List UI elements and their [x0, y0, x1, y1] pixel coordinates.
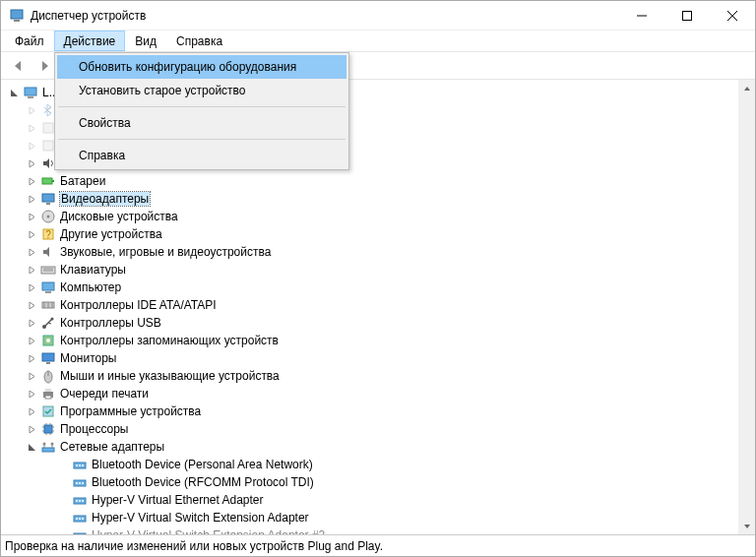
- tree-category[interactable]: Мониторы: [3, 349, 738, 367]
- expand-icon[interactable]: [25, 156, 38, 170]
- tree-item-label: Клавиатуры: [60, 263, 126, 277]
- expand-icon[interactable]: [25, 334, 38, 347]
- menu-item[interactable]: Свойства: [57, 111, 346, 135]
- close-button[interactable]: [710, 1, 755, 31]
- svg-rect-11: [52, 180, 54, 182]
- collapse-icon[interactable]: [25, 440, 38, 454]
- menu-действие[interactable]: Действие: [54, 31, 126, 51]
- tree-item-label: Hyper-V Virtual Ethernet Adapter: [92, 493, 264, 507]
- expand-icon[interactable]: [25, 316, 38, 330]
- menu-справка[interactable]: Справка: [166, 31, 232, 51]
- tree-category[interactable]: Компьютер: [3, 278, 738, 296]
- tree-item-label: Bluetooth Device (Personal Area Network): [92, 458, 313, 471]
- expand-icon[interactable]: [25, 139, 38, 153]
- svg-rect-41: [44, 425, 52, 433]
- vertical-scrollbar[interactable]: [738, 80, 755, 534]
- expand-icon[interactable]: [25, 404, 38, 418]
- svg-line-30: [48, 323, 51, 324]
- tree-category[interactable]: Мыши и иные указывающие устройства: [3, 367, 738, 385]
- netdev-icon: [72, 510, 88, 526]
- svg-point-65: [79, 500, 81, 502]
- printer-icon: [40, 386, 56, 402]
- svg-rect-38: [45, 389, 51, 392]
- tree-item-label: Дисковые устройства: [60, 210, 178, 223]
- tree-category[interactable]: Очереди печати: [3, 385, 738, 402]
- svg-rect-1: [14, 20, 20, 22]
- expand-icon[interactable]: [25, 192, 38, 206]
- tree-item-label: Hyper-V Virtual Switch Extension Adapter…: [92, 528, 325, 534]
- svg-rect-50: [42, 448, 54, 452]
- menubar: ФайлДействиеВидСправка: [1, 31, 755, 52]
- tree-item-label: Программные устройства: [60, 404, 201, 418]
- menu-item[interactable]: Справка: [57, 144, 346, 167]
- nav-back-button[interactable]: [7, 54, 31, 78]
- netdev-icon: [72, 457, 88, 472]
- svg-point-54: [51, 443, 54, 446]
- tree-category[interactable]: Видеоадаптеры: [3, 190, 738, 208]
- tree-item-label: Hyper-V Virtual Switch Extension Adapter: [92, 511, 309, 525]
- menu-separator: [58, 106, 346, 107]
- expand-icon[interactable]: [25, 227, 38, 241]
- tree-category[interactable]: Звуковые, игровые и видеоустройства: [3, 243, 738, 261]
- window-buttons: [619, 1, 755, 31]
- device-manager-window: Диспетчер устройств ФайлДействиеВидСправ…: [0, 0, 756, 557]
- expand-icon[interactable]: [25, 121, 38, 135]
- svg-rect-8: [43, 123, 53, 133]
- tree-category[interactable]: Батареи: [3, 172, 738, 190]
- computer-icon: [23, 85, 38, 100]
- svg-rect-12: [42, 194, 54, 202]
- expand-icon[interactable]: [25, 298, 38, 312]
- nav-forward-button[interactable]: [32, 54, 56, 78]
- menu-вид[interactable]: Вид: [125, 31, 166, 51]
- expand-icon[interactable]: [25, 103, 38, 117]
- tree-category[interactable]: Процессоры: [3, 420, 738, 438]
- tree-category[interactable]: Контроллеры запоминающих устройств: [3, 332, 738, 349]
- svg-rect-21: [42, 282, 54, 290]
- tree-device[interactable]: Bluetooth Device (RFCOMM Protocol TDI): [3, 473, 738, 491]
- tree-device[interactable]: Bluetooth Device (Personal Area Network): [3, 456, 738, 473]
- expand-icon[interactable]: [25, 280, 38, 294]
- tree-device[interactable]: Hyper-V Virtual Ethernet Adapter: [3, 491, 738, 509]
- svg-rect-0: [11, 10, 23, 19]
- svg-point-60: [76, 482, 78, 484]
- software-icon: [40, 403, 56, 419]
- app-icon: [9, 8, 25, 24]
- expand-icon[interactable]: [25, 387, 38, 401]
- menu-item[interactable]: Установить старое устройство: [57, 79, 346, 102]
- svg-point-64: [76, 500, 78, 502]
- menu-файл[interactable]: Файл: [5, 31, 54, 51]
- tree-category[interactable]: Контроллеры IDE ATA/ATAPI: [3, 296, 738, 314]
- tree-category[interactable]: Клавиатуры: [3, 261, 738, 278]
- expand-icon[interactable]: [25, 245, 38, 259]
- svg-point-58: [82, 464, 84, 466]
- expand-icon[interactable]: [25, 351, 38, 365]
- expand-icon[interactable]: [25, 263, 38, 277]
- scroll-up-button[interactable]: [738, 80, 755, 96]
- tree-category[interactable]: Дисковые устройства: [3, 208, 738, 225]
- collapse-icon[interactable]: [7, 86, 21, 99]
- tree-device[interactable]: Hyper-V Virtual Switch Extension Adapter…: [3, 526, 738, 534]
- minimize-button[interactable]: [619, 1, 664, 31]
- menu-separator: [58, 139, 346, 140]
- svg-rect-7: [28, 96, 33, 98]
- monitor-icon: [40, 350, 56, 366]
- expand-icon[interactable]: [25, 210, 38, 223]
- tree-category[interactable]: Сетевые адаптеры: [3, 438, 738, 456]
- svg-point-69: [79, 518, 81, 520]
- scroll-down-button[interactable]: [738, 518, 755, 534]
- maximize-button[interactable]: [664, 1, 710, 31]
- tree-item-label: Мониторы: [60, 351, 116, 365]
- expand-icon[interactable]: [25, 174, 38, 188]
- menu-item[interactable]: Обновить конфигурацию оборудования: [57, 55, 346, 79]
- expand-icon[interactable]: [25, 422, 38, 436]
- battery-icon: [40, 173, 56, 189]
- tree-category[interactable]: Программные устройства: [3, 402, 738, 420]
- svg-rect-6: [25, 88, 36, 95]
- svg-point-32: [46, 339, 50, 342]
- expand-icon[interactable]: [25, 369, 38, 383]
- scroll-track[interactable]: [738, 96, 755, 518]
- tree-category[interactable]: Контроллеры USB: [3, 314, 738, 332]
- tree-category[interactable]: ?Другие устройства: [3, 225, 738, 243]
- tree-device[interactable]: Hyper-V Virtual Switch Extension Adapter: [3, 509, 738, 526]
- tree-item-label: Мыши и иные указывающие устройства: [60, 369, 280, 383]
